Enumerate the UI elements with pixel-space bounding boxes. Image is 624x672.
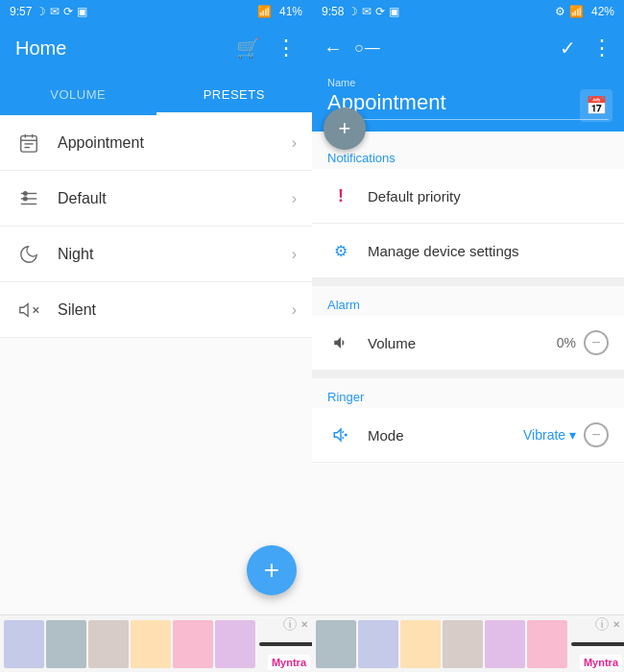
ad-thumb-5 [173,620,213,668]
ringer-mode-text: Mode [368,427,523,444]
moon-icon: ☽ [36,5,46,18]
divider-2 [312,371,624,378]
calendar-icon[interactable]: 📅 [580,89,612,122]
left-panel: 9:57 ☽ ✉ ⟳ ▣ 📶 41% Home 🛒 ⋮ VOLUME PRESE… [0,0,312,672]
left-fab[interactable]: + [247,545,297,595]
default-priority-text: Default priority [368,188,609,204]
profile-connector-icon: ○— [354,39,381,57]
right-moon-icon: ☽ [348,5,358,18]
left-status-icons: 📶 41% [257,5,302,18]
name-value[interactable]: Appointment [327,90,609,115]
volume-icon [327,329,354,356]
right-status-bar: 9:58 ☽ ✉ ⟳ ▣ ⚙ 📶 42% [312,0,624,23]
gear-icon: ⚙ [327,237,354,264]
svg-point-13 [346,434,348,436]
ringer-mode-value[interactable]: Vibrate ▾ [523,427,576,443]
right-bottom-bar [571,635,624,654]
left-tabs-bar: VOLUME PRESETS [0,73,312,115]
right-panel: 9:58 ☽ ✉ ⟳ ▣ ⚙ 📶 42% ← ○— ✓ ⋮ Name Appoi… [312,0,624,672]
default-label: Default [58,190,292,207]
right-sync-icon: ⟳ [375,5,385,18]
right-ad-logo: Myntra [580,655,622,670]
list-item-silent[interactable]: Silent › [0,282,312,338]
left-ad-controls: i ✕ [283,617,308,631]
right-ad-thumb-4 [443,620,483,668]
manage-device-text: Manage device settings [368,243,609,259]
alarm-header: Alarm [312,286,624,316]
right-ad-thumb-3 [400,620,441,668]
right-ad-info[interactable]: i [595,617,609,631]
left-list: Appointment › Default › [0,115,312,614]
default-priority-row[interactable]: ! Default priority [312,169,624,224]
name-underline [327,119,609,120]
right-ad-close[interactable]: ✕ [612,619,620,630]
ad-thumb-6 [215,620,255,668]
ringer-header: Ringer [312,378,624,408]
right-ad-thumb-1 [316,620,356,668]
left-ad-close[interactable]: ✕ [300,619,308,630]
list-item-night[interactable]: Night › [0,227,312,282]
ad-thumb-4 [131,620,171,668]
right-nav-indicator [571,642,624,646]
night-icon [15,241,42,268]
right-time: 9:58 [322,5,344,18]
right-settings-icon: ⚙ [555,5,565,18]
list-item-default[interactable]: Default › [0,171,312,227]
svg-point-10 [24,197,28,201]
right-app-header: ← ○— ✓ ⋮ [312,23,624,73]
tab-volume[interactable]: VOLUME [0,73,156,115]
left-nav-indicator [259,642,312,646]
nfc-icon: ▣ [77,5,87,18]
more-icon[interactable]: ⋮ [276,36,297,60]
email-icon: ✉ [50,5,60,18]
silent-label: Silent [58,301,292,319]
svg-point-9 [24,191,28,195]
tab-presets[interactable]: PRESETS [156,73,313,115]
night-label: Night [58,246,292,263]
alarm-volume-row[interactable]: Volume 0% − [312,316,624,371]
left-ad-thumbs [0,620,259,668]
left-app-title: Home [15,37,66,60]
wifi-icon: 📶 [257,5,272,18]
ad-thumb-1 [4,620,44,668]
list-item-appointment[interactable]: Appointment › [0,115,312,171]
right-battery-percent: 42% [591,5,614,18]
night-chevron: › [292,246,297,263]
appointment-label: Appointment [58,134,292,152]
left-ad-info[interactable]: i [283,617,297,631]
left-status-time-area: 9:57 ☽ ✉ ⟳ ▣ [10,5,87,18]
alarm-minus-button[interactable]: − [584,330,609,355]
default-icon [15,185,42,212]
cart-icon[interactable]: 🛒 [236,36,260,60]
right-more-icon[interactable]: ⋮ [591,36,612,60]
left-time: 9:57 [10,5,32,18]
ringer-minus-button[interactable]: − [584,422,609,447]
right-ad-thumb-2 [358,620,398,668]
back-button[interactable]: ← [324,37,343,60]
left-ad-logo: Myntra [268,655,310,670]
right-email-icon: ✉ [362,5,372,18]
right-ad-thumbs [312,620,571,668]
ad-thumb-2 [46,620,86,668]
default-chevron: › [292,190,297,207]
left-app-header: Home 🛒 ⋮ [0,23,312,73]
ringer-mode-row[interactable]: Mode Vibrate ▾ − [312,408,624,463]
check-icon[interactable]: ✓ [560,36,576,60]
left-battery-percent: 41% [279,5,302,18]
right-header-icons: ✓ ⋮ [560,36,612,60]
left-bottom-bar [259,635,312,654]
right-ad-controls: i ✕ [595,617,620,631]
right-fab[interactable]: + [324,108,366,150]
priority-icon: ! [327,182,354,209]
right-status-icons: ⚙ 📶 42% [555,5,614,18]
alarm-volume-text: Volume [368,335,557,351]
mode-icon [327,421,354,448]
right-content-area: Notifications ! Default priority ⚙ Manag… [312,132,624,614]
sync-icon: ⟳ [63,5,73,18]
appointment-icon [15,130,42,156]
right-wifi-icon: 📶 [569,5,584,18]
right-ad-banner: i ✕ Myntra [312,614,624,672]
manage-device-row[interactable]: ⚙ Manage device settings [312,224,624,278]
silent-icon [15,297,42,324]
ad-thumb-3 [88,620,129,668]
